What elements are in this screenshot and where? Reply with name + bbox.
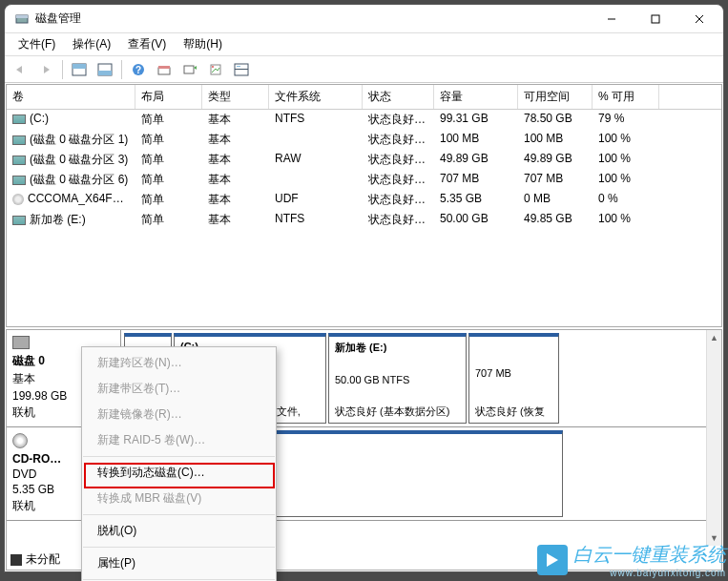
svg-rect-3 [652, 15, 659, 23]
svg-text:?: ? [135, 65, 141, 75]
col-type[interactable]: 类型 [202, 85, 269, 109]
col-filesystem[interactable]: 文件系统 [269, 85, 363, 109]
volume-icon [12, 114, 26, 124]
scrollbar-vertical[interactable]: ▲ ▼ [706, 330, 721, 546]
separator [62, 60, 63, 79]
rescan-button[interactable] [230, 59, 253, 80]
svg-rect-9 [98, 71, 112, 75]
partition[interactable]: 707 MB状态良好 (恢复 [468, 333, 559, 424]
svg-rect-18 [235, 69, 248, 70]
disk-icon [12, 336, 30, 349]
svg-point-16 [212, 66, 214, 68]
volume-list-body: (C:)简单基本NTFS状态良好 (…99.31 GB78.50 GB79 %(… [7, 110, 721, 230]
table-row[interactable]: (C:)简单基本NTFS状态良好 (…99.31 GB78.50 GB79 % [7, 110, 721, 130]
watermark-url: www.baiyunxitong.com [573, 568, 726, 578]
svg-rect-12 [158, 68, 170, 74]
menu-view[interactable]: 查看(V) [120, 34, 174, 54]
maximize-button[interactable] [634, 5, 677, 33]
volume-icon [12, 216, 26, 225]
window-title: 磁盘管理 [35, 10, 590, 27]
help-button[interactable]: ? [127, 59, 150, 80]
view-top-button[interactable] [68, 59, 91, 80]
menu-separator [83, 514, 275, 515]
context-menu-item: 新建跨区卷(N)… [82, 350, 276, 376]
col-freespace[interactable]: 可用空间 [518, 85, 593, 109]
forward-button [34, 59, 57, 80]
svg-rect-7 [73, 64, 86, 69]
menu-separator [83, 579, 275, 580]
app-icon [14, 11, 30, 27]
separator [121, 60, 122, 79]
context-menu-item: 转换成 MBR 磁盘(V) [82, 486, 276, 511]
view-bottom-button[interactable] [94, 59, 116, 80]
table-row[interactable]: (磁盘 0 磁盘分区 1)简单基本状态良好 (…100 MB100 MB100 … [7, 130, 721, 150]
settings-button[interactable] [153, 59, 176, 80]
menu-file[interactable]: 文件(F) [10, 34, 63, 54]
disk-context-menu: 新建跨区卷(N)…新建带区卷(T)…新建镜像卷(R)…新建 RAID-5 卷(W… [81, 346, 277, 581]
svg-rect-1 [16, 15, 28, 18]
table-row[interactable]: (磁盘 0 磁盘分区 6)简单基本状态良好 (…707 MB707 MB100 … [7, 170, 721, 190]
volume-icon [12, 176, 26, 185]
legend-label-unallocated: 未分配 [26, 551, 60, 568]
table-row[interactable]: (磁盘 0 磁盘分区 3)简单基本RAW状态良好 (…49.89 GB49.89… [7, 150, 721, 170]
watermark: 白云一键重装系统 www.baiyunxitong.com [537, 542, 726, 578]
refresh-button[interactable] [178, 59, 201, 80]
close-button[interactable] [677, 5, 721, 33]
table-row[interactable]: 新加卷 (E:)简单基本NTFS状态良好 (…50.00 GB49.85 GB1… [7, 210, 721, 230]
window-controls [590, 5, 721, 33]
volume-icon [12, 194, 24, 205]
minimize-button[interactable] [590, 5, 634, 33]
col-layout[interactable]: 布局 [135, 85, 202, 109]
table-row[interactable]: CCCOMA_X64FR…简单基本UDF状态良好 (…5.35 GB0 MB0 … [7, 190, 721, 210]
menu-action[interactable]: 操作(A) [65, 34, 118, 54]
context-menu-item[interactable]: 脱机(O) [82, 518, 276, 544]
svg-rect-19 [237, 66, 240, 67]
context-menu-item[interactable]: 转换到动态磁盘(C)… [82, 460, 276, 486]
watermark-icon [537, 545, 568, 575]
context-menu-item[interactable]: 属性(P) [82, 550, 276, 576]
svg-rect-13 [158, 66, 170, 69]
menu-help[interactable]: 帮助(H) [176, 34, 230, 54]
context-menu-item: 新建带区卷(T)… [82, 376, 276, 402]
col-status[interactable]: 状态 [363, 85, 434, 109]
volume-list-header: 卷 布局 类型 文件系统 状态 容量 可用空间 % 可用 [7, 85, 721, 110]
svg-rect-14 [184, 66, 194, 73]
legend-swatch-unallocated [10, 554, 22, 566]
menu-separator [83, 456, 275, 457]
scroll-up-icon[interactable]: ▲ [707, 330, 721, 345]
menubar: 文件(F) 操作(A) 查看(V) 帮助(H) [5, 33, 723, 56]
col-pctfree[interactable]: % 可用 [593, 85, 659, 109]
volume-icon [12, 156, 26, 165]
context-menu-item: 新建镜像卷(R)… [82, 402, 276, 427]
back-button [9, 59, 31, 80]
menu-separator [83, 547, 275, 548]
context-menu-item: 新建 RAID-5 卷(W)… [82, 427, 276, 453]
disk-icon [12, 433, 28, 448]
watermark-text: 白云一键重装系统 [573, 542, 726, 568]
volume-icon [12, 135, 26, 145]
col-volume[interactable]: 卷 [7, 85, 135, 109]
volume-list: 卷 布局 类型 文件系统 状态 容量 可用空间 % 可用 (C:)简单基本NTF… [6, 84, 722, 327]
legend: 未分配 [10, 551, 60, 568]
properties-button[interactable] [204, 59, 227, 80]
partition[interactable]: 新加卷 (E:)50.00 GB NTFS状态良好 (基本数据分区) [328, 333, 467, 424]
col-capacity[interactable]: 容量 [434, 85, 518, 109]
toolbar: ? [5, 56, 723, 83]
titlebar: 磁盘管理 [5, 5, 723, 33]
